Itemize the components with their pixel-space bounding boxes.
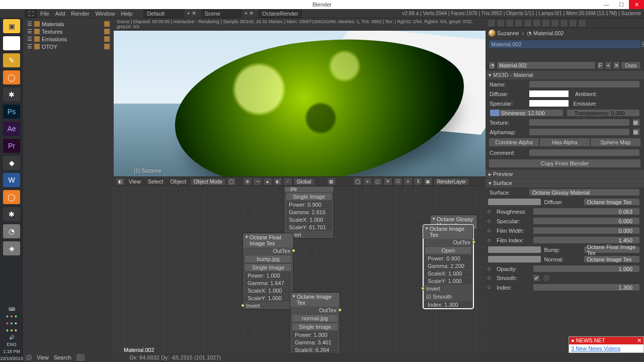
diffuse-swatch[interactable] bbox=[529, 90, 569, 98]
tab-material-icon[interactable] bbox=[551, 19, 559, 27]
material-name-field[interactable] bbox=[497, 61, 596, 69]
news-link[interactable]: 3 New News Videos bbox=[569, 344, 643, 352]
menu-view[interactable]: View bbox=[126, 178, 144, 185]
node-image-tex-selected[interactable]: ▾ Octane Image Tex OutTex Open Power: 0.… bbox=[423, 224, 474, 309]
diffuse-value[interactable]: Octane Image Tex bbox=[584, 198, 640, 206]
shininess-slider[interactable]: Shininess: 12.500 bbox=[490, 109, 564, 117]
engine-selector[interactable]: OctaneRender bbox=[259, 10, 302, 18]
emissive-swatch[interactable] bbox=[600, 100, 640, 107]
chrome-icon[interactable]: ◐ bbox=[3, 36, 20, 50]
node-editor[interactable]: ...jpg Single Image Power: 0.900 Gamma: … bbox=[114, 187, 486, 356]
scene-selector[interactable]: Scene bbox=[201, 10, 242, 18]
ico-d[interactable]: ≡ bbox=[404, 177, 413, 186]
close-button[interactable]: ✕ bbox=[629, 0, 644, 9]
node-image-tex-bottom[interactable]: ▾ Octane Image Tex OutTex normal.jpg Sin… bbox=[290, 292, 340, 356]
tab-physics-icon[interactable] bbox=[578, 19, 586, 27]
settings-icon[interactable]: ✱ bbox=[3, 87, 20, 102]
mat-add[interactable]: + bbox=[605, 61, 612, 69]
menu-add[interactable]: Add bbox=[52, 11, 68, 17]
combinealpha-tab[interactable]: Combine Alpha bbox=[489, 138, 539, 147]
renderlayer-selector[interactable]: RenderLayer bbox=[434, 178, 470, 186]
tab-modifier-icon[interactable] bbox=[533, 19, 541, 27]
terminal-icon[interactable]: ◆ bbox=[3, 156, 20, 170]
surface-panel-header[interactable]: ▾ Surface bbox=[486, 179, 644, 188]
add-slot-button[interactable]: + bbox=[641, 41, 644, 47]
tab-scene-icon[interactable] bbox=[497, 19, 505, 27]
search-icon[interactable] bbox=[76, 354, 85, 361]
menu-object[interactable]: Object bbox=[167, 178, 189, 185]
filmwidth-value[interactable]: 0.000 bbox=[533, 227, 640, 234]
editor-type-icon[interactable]: ◧ bbox=[116, 177, 125, 186]
tab-world-icon[interactable] bbox=[506, 19, 514, 27]
minimize-button[interactable]: — bbox=[599, 0, 614, 9]
material-slot[interactable]: Material.002+ bbox=[489, 40, 641, 49]
menu-search-bottom[interactable]: Search bbox=[54, 354, 71, 360]
normal-value[interactable]: Octane Image Tex bbox=[584, 255, 640, 263]
tab-object-icon[interactable] bbox=[515, 19, 523, 27]
util2-icon[interactable]: ◈ bbox=[3, 241, 20, 255]
comment-field[interactable] bbox=[529, 149, 640, 156]
tab-constraint-icon[interactable] bbox=[524, 19, 532, 27]
node-image-tex-top[interactable]: ...jpg Single Image Power: 0.900 Gamma: … bbox=[284, 187, 334, 239]
ico-b[interactable]: ✕ bbox=[383, 177, 392, 186]
layers-icon[interactable]: ▦ bbox=[327, 177, 336, 186]
camera-icon[interactable]: ▣ bbox=[424, 177, 433, 186]
menu-file[interactable]: File bbox=[37, 11, 52, 17]
surface-value[interactable]: Octane Glossy Material bbox=[529, 189, 640, 196]
tab-particles-icon[interactable] bbox=[569, 19, 577, 27]
specular-swatch[interactable] bbox=[529, 100, 569, 107]
ico-a[interactable]: ▢ bbox=[373, 177, 382, 186]
blender2-icon[interactable]: ◯ bbox=[3, 190, 20, 204]
outliner-row[interactable]: ☰ Materials bbox=[25, 20, 112, 28]
smooth-checkbox[interactable]: ✔ bbox=[533, 275, 540, 282]
manip-translate-icon[interactable]: ▲ bbox=[263, 177, 272, 186]
language-indicator[interactable]: ENG bbox=[7, 342, 17, 347]
spheremap-tab[interactable]: Sphere Map bbox=[590, 138, 641, 147]
manip-rotate-icon[interactable]: ◐ bbox=[273, 177, 282, 186]
orientation-selector[interactable]: Global bbox=[293, 178, 315, 186]
roughness-value[interactable]: 0.063 bbox=[533, 208, 640, 215]
snap2-icon[interactable]: ⌖ bbox=[363, 177, 372, 186]
menu-view-bottom[interactable]: View bbox=[37, 354, 49, 360]
index-value[interactable]: 1.300 bbox=[533, 284, 640, 291]
mode-selector[interactable]: Object Mode bbox=[190, 178, 226, 186]
outliner-row[interactable]: ☰ Emissions bbox=[25, 35, 112, 43]
filmindex-value[interactable]: 1.450 bbox=[533, 236, 640, 244]
news-popup[interactable]: ● NEWS.NET✕ 3 New News Videos bbox=[569, 336, 644, 353]
breadcrumb-material[interactable]: Material.002 bbox=[533, 30, 564, 36]
render-viewport[interactable]: (1) Suzanne bbox=[114, 31, 486, 176]
manip-scale-icon[interactable]: ▫ bbox=[283, 177, 292, 186]
menu-window[interactable]: Window bbox=[92, 11, 118, 17]
tool-icon[interactable]: ✱ bbox=[3, 207, 20, 221]
shading-icon[interactable]: ◯ bbox=[227, 177, 236, 186]
mat-fake-user[interactable]: F bbox=[597, 61, 604, 69]
specular-value[interactable]: 0.000 bbox=[533, 217, 640, 225]
ms3d-panel-header[interactable]: ▾ MS3D - Material bbox=[486, 71, 644, 79]
app-icon[interactable]: ✎ bbox=[3, 53, 20, 67]
explorer-icon[interactable]: ▣ bbox=[3, 19, 20, 33]
mat-data-button[interactable]: Data bbox=[621, 61, 641, 69]
tab-texture-icon[interactable] bbox=[560, 19, 568, 27]
outliner-row[interactable]: ☰ Textures bbox=[25, 28, 112, 35]
copy-from-blender-button[interactable]: Copy From Blender bbox=[489, 159, 641, 168]
preview-panel-header[interactable]: ▸ Preview bbox=[486, 170, 644, 178]
aftereffects-icon[interactable]: Ae bbox=[3, 122, 20, 136]
node-float-image-tex[interactable]: ▾ Octane Float Image Tex OutTex bump.jpg… bbox=[243, 233, 294, 310]
tab-data-icon[interactable] bbox=[542, 19, 550, 27]
texture-field[interactable] bbox=[529, 119, 630, 126]
premiere-icon[interactable]: Pr bbox=[3, 139, 20, 153]
pivot-icon[interactable]: ⊕ bbox=[243, 177, 252, 186]
ambient-swatch[interactable] bbox=[600, 90, 640, 98]
word-icon[interactable]: W bbox=[3, 173, 20, 187]
util-icon[interactable]: ◔ bbox=[3, 224, 20, 238]
menu-select[interactable]: Select bbox=[145, 178, 167, 185]
tab-render-icon[interactable] bbox=[488, 19, 496, 27]
pause-icon[interactable]: Ⅱ bbox=[414, 177, 423, 186]
layout-selector[interactable]: Default bbox=[143, 10, 184, 18]
hasalpha-tab[interactable]: Has Alpha bbox=[539, 138, 590, 147]
outliner-row[interactable]: ☰ OTOY bbox=[25, 43, 112, 50]
bump-value[interactable]: Octane Float Image Tex bbox=[584, 246, 640, 253]
menu-render[interactable]: Render bbox=[68, 11, 92, 17]
mat-unlink[interactable]: ✕ bbox=[613, 61, 620, 69]
material-browse-icon[interactable]: ◔ bbox=[489, 61, 496, 69]
